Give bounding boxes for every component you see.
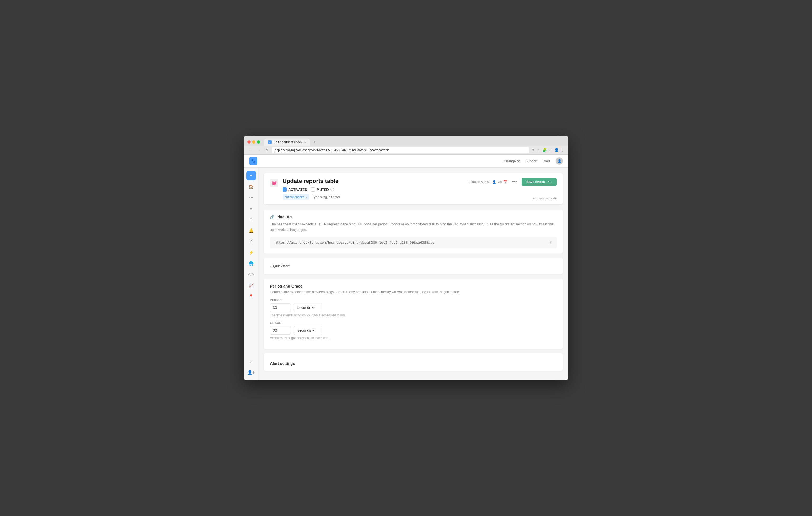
check-type-icon: 💓 — [270, 179, 278, 187]
sidebar-toggle-icon[interactable]: ▭ — [549, 148, 552, 152]
sidebar-item-checks[interactable]: ≡ — [246, 204, 256, 213]
bookmark-icon[interactable]: ☆ — [537, 148, 540, 152]
tab-title: Edit heartbeat check — [273, 140, 302, 144]
ping-url-title: 🔗 Ping URL — [270, 215, 557, 219]
activated-checkbox-icon: ✓ — [283, 187, 287, 192]
forward-btn[interactable]: → — [256, 147, 262, 153]
activated-checkbox[interactable]: ✓ ACTIVATED — [283, 187, 307, 192]
muted-label: MUTED — [317, 188, 328, 192]
link-icon: 🔗 — [270, 215, 274, 219]
traffic-light-yellow[interactable] — [252, 140, 255, 144]
alert-settings-section: Alert settings — [264, 354, 563, 371]
share-icon[interactable]: ⬆ — [531, 148, 535, 152]
browser-tab[interactable]: ✓ Edit heartbeat check × — [264, 139, 310, 146]
quickstart-label: Quickstart — [273, 264, 290, 268]
menu-icon[interactable]: ⋮ — [561, 148, 564, 152]
top-nav-links: Changelog Support Docs 👤 — [504, 157, 563, 165]
grace-field-group: GRACE seconds minutes hours A — [270, 321, 557, 340]
main-content: 💓 ✓ ACTIVATED MUTED — [258, 168, 568, 380]
sidebar-item-reports[interactable]: 📈 — [246, 281, 256, 290]
sidebar-item-dashboards[interactable]: ⊞ — [246, 215, 256, 224]
tab-favicon: ✓ — [268, 140, 271, 144]
grace-unit-select[interactable]: seconds minutes hours — [296, 328, 316, 333]
ping-url-desc: The heartbeat check expects a HTTP reque… — [270, 222, 557, 233]
grace-label: GRACE — [270, 321, 557, 324]
refresh-btn[interactable]: ↻ — [264, 147, 269, 153]
ping-url-box: https://api.checklyhq.com/heartbeats/pin… — [270, 237, 557, 248]
sidebar-item-code[interactable]: </> — [246, 270, 256, 279]
grace-unit-select-wrap[interactable]: seconds minutes hours — [293, 326, 322, 335]
sidebar-item-home[interactable]: 🏠 — [246, 182, 256, 191]
support-link[interactable]: Support — [526, 159, 538, 163]
updated-info: Updated Aug 01 👤 via 📅 — [468, 180, 507, 184]
tag-critical-checks[interactable]: critical-checks × — [283, 194, 309, 200]
tag-label: critical-checks — [285, 195, 304, 199]
sidebar-item-locations[interactable]: 🌐 — [246, 259, 256, 268]
period-hint: The time interval at which your job is s… — [270, 313, 557, 317]
updated-text: Updated Aug 01 — [468, 180, 491, 184]
alert-settings-title: Alert settings — [270, 361, 557, 366]
check-title-area: ✓ ACTIVATED MUTED ⓘ — [283, 178, 464, 200]
export-icon: ↗ — [532, 196, 535, 200]
top-nav: 🐾 Changelog Support Docs 👤 — [244, 155, 568, 168]
muted-checkbox-box — [311, 187, 315, 192]
sidebar-item-monitors[interactable]: 🖥 — [246, 237, 256, 246]
export-to-code-link[interactable]: ↗ Export to code — [532, 196, 557, 200]
check-title-input[interactable] — [283, 178, 464, 185]
traffic-light-green[interactable] — [257, 140, 260, 144]
sidebar-item-alerts[interactable]: 🔔 — [246, 226, 256, 235]
activated-label: ACTIVATED — [288, 188, 307, 192]
period-grace-desc: Period is the expected time between ping… — [270, 290, 557, 294]
grace-hint: Accounts for slight delays in job execut… — [270, 336, 557, 340]
period-grace-section: Period and Grace Period is the expected … — [264, 279, 563, 349]
check-header-card: 💓 ✓ ACTIVATED MUTED — [264, 173, 563, 205]
more-options-btn[interactable]: ••• — [510, 178, 519, 186]
back-btn[interactable]: ← — [248, 147, 253, 153]
save-check-btn[interactable]: Save check ✓□ — [522, 178, 557, 186]
tab-close-btn[interactable]: × — [304, 141, 306, 144]
check-actions: Updated Aug 01 👤 via 📅 ••• Save check ✓□ — [468, 178, 557, 186]
via-text: via — [498, 180, 502, 184]
avatar-small: 👤 — [492, 180, 496, 184]
docs-link[interactable]: Docs — [543, 159, 550, 163]
ping-url-label: Ping URL — [277, 215, 293, 219]
ping-url-value: https://api.checklyhq.com/heartbeats/pin… — [275, 241, 434, 244]
sidebar-item-collapse[interactable]: › — [246, 357, 256, 366]
check-controls: ✓ ACTIVATED MUTED ⓘ — [283, 187, 334, 192]
check-tags-row: critical-checks × — [283, 194, 464, 200]
changelog-link[interactable]: Changelog — [504, 159, 520, 163]
grace-field-row: seconds minutes hours — [270, 326, 557, 335]
export-label: Export to code — [536, 196, 557, 200]
profile-icon[interactable]: 👤 — [554, 148, 559, 152]
grace-input[interactable] — [270, 326, 291, 335]
extension-icon[interactable]: 🧩 — [542, 148, 547, 152]
sidebar-item-insights[interactable]: ⚡ — [246, 248, 256, 257]
user-avatar[interactable]: 👤 — [556, 157, 563, 165]
new-tab-btn[interactable]: + — [311, 138, 318, 146]
sidebar-item-markers[interactable]: 📍 — [246, 292, 256, 301]
quickstart-section: › Quickstart — [264, 258, 563, 274]
save-btn-icon: ✓□ — [547, 180, 552, 184]
copy-url-btn[interactable]: ⎘ — [550, 241, 552, 245]
sidebar: + 🏠 〜 ≡ ⊞ 🔔 🖥 ⚡ 🌐 </> 📈 📍 › 👤+ — [244, 168, 258, 380]
sidebar-item-team[interactable]: 👤+ — [246, 368, 256, 377]
ping-url-section: 🔗 Ping URL The heartbeat check expects a… — [264, 210, 563, 253]
check-meta: ✓ ACTIVATED MUTED ⓘ — [283, 187, 464, 192]
add-check-btn[interactable]: + — [246, 171, 256, 180]
period-input[interactable] — [270, 303, 291, 312]
muted-checkbox[interactable]: MUTED ⓘ — [311, 187, 334, 192]
app-logo: 🐾 — [249, 157, 257, 165]
period-label: PERIOD — [270, 299, 557, 302]
url-input[interactable] — [272, 147, 529, 153]
quickstart-toggle[interactable]: › Quickstart — [270, 263, 557, 269]
period-field-group: PERIOD seconds minutes hours — [270, 299, 557, 317]
sidebar-item-activity[interactable]: 〜 — [246, 193, 256, 202]
tag-input[interactable] — [312, 195, 352, 199]
save-btn-label: Save check — [526, 180, 545, 184]
period-grace-title: Period and Grace — [270, 284, 557, 288]
calendar-icon: 📅 — [503, 180, 507, 184]
traffic-light-red[interactable] — [248, 140, 251, 144]
period-unit-select-wrap[interactable]: seconds minutes hours — [293, 303, 322, 312]
period-unit-select[interactable]: seconds minutes hours — [296, 305, 316, 310]
tag-remove-btn[interactable]: × — [305, 195, 307, 199]
